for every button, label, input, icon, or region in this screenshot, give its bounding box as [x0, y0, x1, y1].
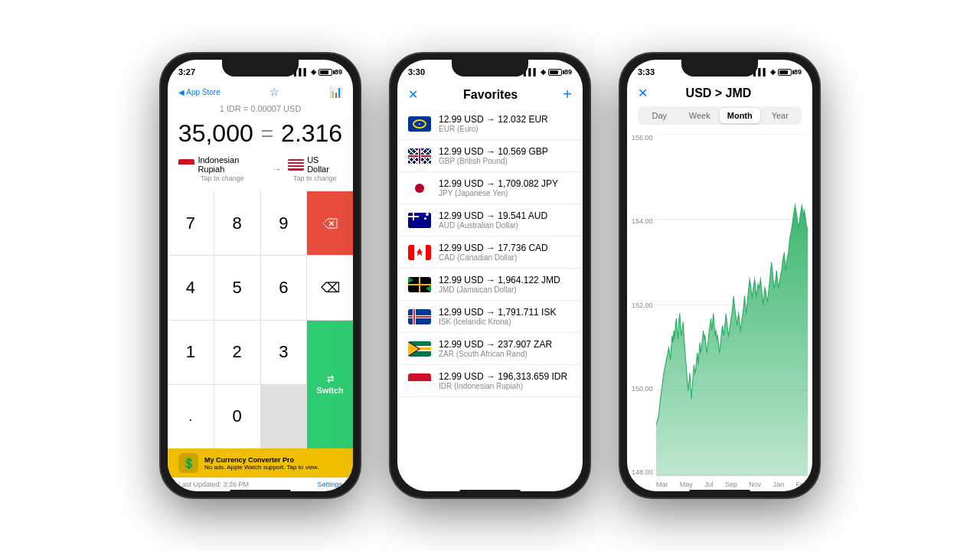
key-0[interactable]: 0 [214, 385, 260, 448]
tab-day[interactable]: Day [639, 108, 680, 123]
result-row: 35,000 = 2.316 [168, 116, 353, 151]
home-bar-3 [689, 490, 750, 493]
favorite-aud[interactable]: 12.99 USD → 19.541 AUD AUD (Australian D… [397, 204, 583, 236]
x-label-may: May [680, 481, 693, 488]
eur-name: EUR (Euro) [439, 125, 548, 133]
key-3[interactable]: 3 [261, 321, 307, 384]
home-bar-1 [230, 490, 291, 493]
is-flag [408, 309, 431, 324]
to-currency[interactable]: US Dollar Tap to change [288, 155, 342, 182]
favorite-eur[interactable]: 12.99 USD → 12.032 EUR EUR (Euro) [397, 108, 583, 140]
keypad: 7 8 9 4 5 6 ⌫ 1 2 3 ⇄ [168, 191, 353, 448]
x-label-jul: Jul [704, 481, 714, 488]
exchange-rate: 1 IDR = 0.00007 USD [168, 103, 353, 116]
key-backspace[interactable]: ⌫ [307, 256, 353, 319]
y-label-4: 150.00 [632, 385, 653, 393]
from-tap-hint: Tap to change [201, 174, 244, 182]
currency-selector: Indonesian Rupiah Tap to change → [168, 151, 353, 187]
status-time-3: 3:33 [638, 67, 655, 77]
cad-rate: 12.99 USD → 17.736 CAD [439, 243, 548, 253]
zar-name: ZAR (South African Rand) [439, 350, 552, 358]
x-label-jan: Jan [773, 481, 785, 488]
battery-icon-1 [318, 69, 332, 76]
favorite-jpy[interactable]: 12.99 USD → 1,709.082 JPY JPY (Japanese … [397, 172, 583, 204]
key-7[interactable]: 7 [168, 191, 214, 255]
favorite-gbp[interactable]: 12.99 USD → 10.569 GBP GBP (British Poun… [397, 140, 583, 172]
key-dot[interactable]: . [168, 385, 214, 448]
switch-icon: ⇄ [327, 374, 334, 384]
battery-icon-2 [548, 69, 562, 76]
add-favorite-button[interactable]: + [563, 86, 572, 103]
gbp-content: 12.99 USD → 10.569 GBP GBP (British Poun… [439, 146, 548, 165]
jpy-rate: 12.99 USD → 1,709.082 JPY [439, 178, 558, 189]
key-2[interactable]: 2 [214, 321, 260, 384]
phone-2-screen: 3:30 ▌▌▌ ◈ 89 ✕ Favorites + [397, 60, 583, 491]
phone-3-content: 3:33 ▌▌▌ ◈ 89 ✕ USD > JMD D [627, 60, 812, 491]
jmd-rate: 12.99 USD → 1,964.122 JMD [439, 275, 560, 285]
promo-banner[interactable]: 💲 My Currency Converter Pro No ads. Appl… [168, 448, 353, 478]
eur-rate: 12.99 USD → 12.032 EUR [439, 114, 548, 125]
zar-rate: 12.99 USD → 237.907 ZAR [439, 339, 552, 350]
phone-1-content: 3:27 ▌▌▌ ◈ 89 ◀ App Store ☆ 📊 1 IDR [168, 60, 353, 491]
chart-icon[interactable]: 📊 [329, 86, 342, 98]
key-delete[interactable] [307, 191, 353, 255]
isk-name: ISK (Icelandic Krona) [439, 318, 556, 326]
key-9[interactable]: 9 [261, 191, 307, 255]
y-label-2: 154.00 [632, 217, 653, 225]
key-8[interactable]: 8 [214, 191, 260, 255]
status-time-1: 3:27 [178, 67, 195, 77]
favorite-isk[interactable]: 12.99 USD → 1,791.711 ISK ISK (Icelandic… [397, 301, 583, 333]
star-icon[interactable]: ☆ [270, 86, 279, 98]
phone-3: 3:33 ▌▌▌ ◈ 89 ✕ USD > JMD D [620, 54, 819, 497]
key-6[interactable]: 6 [261, 256, 307, 319]
battery-percent-1: 89 [335, 68, 342, 76]
idr-name: IDR (Indonesian Rupiah) [439, 382, 567, 390]
gbp-name: GBP (British Pound) [439, 157, 548, 165]
chart-header: ✕ USD > JMD [627, 81, 812, 103]
settings-link[interactable]: Settings [317, 481, 342, 488]
from-currency[interactable]: Indonesian Rupiah Tap to change [178, 155, 266, 182]
result-number: 2.316 [281, 119, 342, 148]
close-button-2[interactable]: ✕ [408, 87, 418, 102]
key-4[interactable]: 4 [168, 256, 214, 319]
key-switch[interactable]: ⇄ Switch [307, 321, 353, 449]
key-5[interactable]: 5 [214, 256, 260, 319]
favorites-list: 12.99 USD → 12.032 EUR EUR (Euro) 12.99 [397, 108, 583, 491]
tab-week[interactable]: Week [680, 108, 720, 123]
favorite-jmd[interactable]: 12.99 USD → 1,964.122 JMD JMD (Jamaican … [397, 269, 583, 301]
indonesia-flag [178, 159, 194, 171]
jpy-name: JPY (Japanese Yen) [439, 189, 558, 197]
isk-rate: 12.99 USD → 1,791.711 ISK [439, 307, 556, 318]
gbp-rate: 12.99 USD → 10.569 GBP [439, 146, 548, 157]
au-flag [408, 213, 431, 228]
switch-label: Switch [316, 386, 343, 395]
eur-content: 12.99 USD → 12.032 EUR EUR (Euro) [439, 114, 548, 133]
favorite-zar[interactable]: 12.99 USD → 237.907 ZAR ZAR (South Afric… [397, 333, 583, 365]
eu-flag [408, 116, 431, 132]
tab-month[interactable]: Month [720, 108, 760, 123]
key-1[interactable]: 1 [168, 321, 214, 384]
favorite-idr[interactable]: 12.99 USD → 196,313.659 IDR IDR (Indones… [397, 365, 583, 397]
jpy-content: 12.99 USD → 1,709.082 JPY JPY (Japanese … [439, 178, 558, 197]
app-store-back[interactable]: ◀ App Store [178, 88, 220, 96]
cad-content: 12.99 USD → 17.736 CAD CAD (Canadian Dol… [439, 243, 548, 262]
close-button-3[interactable]: ✕ [638, 86, 648, 100]
y-label-5: 148.00 [632, 468, 653, 476]
aud-name: AUD (Australian Dollar) [439, 221, 547, 230]
status-icons-3: ▌▌▌ ◈ 89 [753, 68, 802, 76]
x-label-nov: Nov [749, 481, 761, 488]
battery-icon-3 [778, 69, 792, 76]
home-bar-2 [459, 490, 521, 493]
phone-1-topbar: ◀ App Store ☆ 📊 [168, 81, 353, 103]
favorite-cad[interactable]: 12.99 USD → 17.736 CAD CAD (Canadian Dol… [397, 236, 583, 269]
notch-1 [222, 60, 299, 77]
app-name: My Currency Converter Pro [204, 456, 318, 464]
za-flag [408, 341, 431, 357]
x-axis-labels: Mar May Jul Sep Nov Jan Feb [656, 481, 808, 488]
status-time-2: 3:30 [408, 67, 425, 77]
chart-title: USD > JMD [648, 86, 789, 100]
tab-year[interactable]: Year [760, 108, 801, 123]
last-updated: Last Updated: 3:26 PM [178, 481, 249, 488]
wifi-icon-2: ◈ [541, 68, 546, 76]
notch-2 [452, 60, 528, 77]
